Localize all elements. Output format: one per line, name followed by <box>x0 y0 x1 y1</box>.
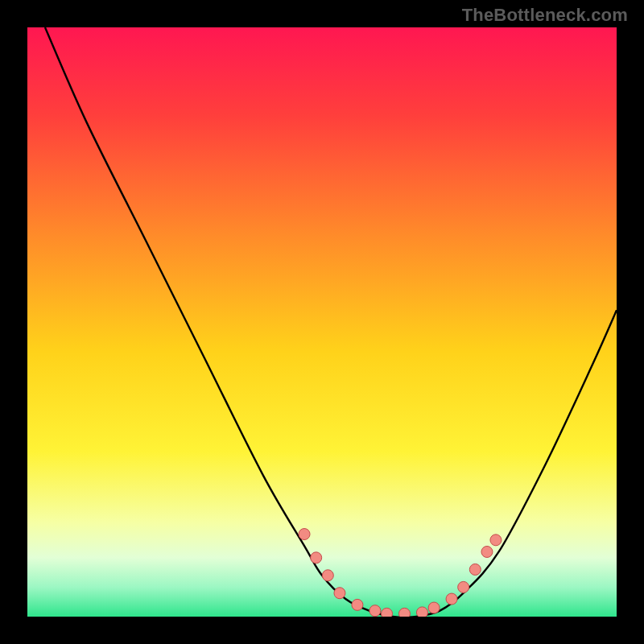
curve-dot <box>428 602 440 613</box>
curve-dot <box>382 608 393 617</box>
curve-dot <box>481 546 493 557</box>
curve-dot <box>334 588 345 599</box>
curve-dot <box>416 607 427 617</box>
watermark-text: TheBottleneck.com <box>462 5 628 26</box>
curve-dot <box>469 564 481 575</box>
gradient-background <box>27 27 617 617</box>
curve-dot <box>398 608 410 617</box>
bottleneck-chart <box>27 27 617 617</box>
curve-dot <box>490 535 502 546</box>
curve-dot <box>446 593 457 605</box>
curve-dot <box>369 605 381 617</box>
curve-dot <box>299 529 310 540</box>
curve-dot <box>458 581 469 592</box>
chart-frame: TheBottleneck.com <box>0 0 644 644</box>
curve-dot <box>322 570 333 581</box>
curve-dot <box>352 599 363 610</box>
curve-dot <box>311 552 322 564</box>
